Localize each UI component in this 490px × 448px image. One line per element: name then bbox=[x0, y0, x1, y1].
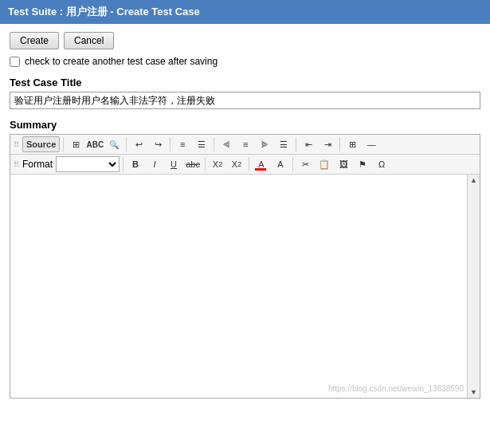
cancel-button[interactable]: Cancel bbox=[64, 32, 114, 49]
sep7 bbox=[123, 157, 123, 171]
sep2 bbox=[126, 137, 127, 151]
scroll-up[interactable]: ▲ bbox=[468, 175, 480, 186]
align-center-button[interactable]: ≡ bbox=[237, 136, 254, 152]
bg-color-button[interactable]: A bbox=[272, 156, 289, 172]
another-test-case-checkbox[interactable] bbox=[10, 57, 20, 67]
another-test-case-label: check to create another test case after … bbox=[25, 56, 218, 67]
find-button[interactable]: 🔍 bbox=[105, 136, 123, 152]
subscript-button[interactable]: X2 bbox=[209, 156, 226, 172]
scroll-down[interactable]: ▼ bbox=[468, 387, 480, 398]
another-test-case-row: check to create another test case after … bbox=[10, 56, 480, 67]
sep5 bbox=[296, 137, 296, 151]
underline-button[interactable]: U bbox=[165, 156, 182, 172]
insert-image-button[interactable]: 🖼 bbox=[335, 156, 352, 172]
editor-body[interactable]: https://blog.csdn.net/weixin_13838590 ▲ … bbox=[10, 175, 480, 398]
drag-handle-1: ⠿ bbox=[14, 140, 19, 149]
sep10 bbox=[292, 157, 293, 171]
sep8 bbox=[205, 157, 206, 171]
redo-button[interactable]: ↪ bbox=[149, 136, 167, 152]
action-buttons: Create Cancel bbox=[10, 32, 480, 49]
sep1 bbox=[63, 137, 64, 151]
align-right-button[interactable]: ⫸ bbox=[256, 136, 273, 152]
spellcheck-button[interactable]: ABC bbox=[86, 136, 104, 152]
sep4 bbox=[214, 137, 214, 151]
create-button[interactable]: Create bbox=[10, 32, 59, 49]
decrease-indent-button[interactable]: ⇤ bbox=[300, 136, 317, 152]
strikethrough-button[interactable]: abc bbox=[184, 156, 202, 172]
paste-word-button[interactable]: 📋 bbox=[316, 156, 333, 172]
page-header: Test Suite : 用户注册 - Create Test Case bbox=[0, 0, 490, 24]
unordered-list-button[interactable]: ☰ bbox=[193, 136, 210, 152]
sep9 bbox=[249, 157, 249, 171]
sep3 bbox=[170, 137, 171, 151]
italic-button[interactable]: I bbox=[146, 156, 163, 172]
toolbar-row-2: ⠿ Format Paragraph Heading 1 Heading 2 H… bbox=[10, 155, 480, 175]
watermark: https://blog.csdn.net/weixin_13838590 bbox=[328, 384, 464, 393]
increase-indent-button[interactable]: ⇥ bbox=[319, 136, 336, 152]
superscript-button[interactable]: X2 bbox=[228, 156, 245, 172]
drag-handle-2: ⠿ bbox=[14, 160, 19, 169]
scrollbar[interactable]: ▲ ▼ bbox=[467, 175, 480, 398]
hr-button[interactable]: — bbox=[363, 136, 380, 152]
templates-button[interactable]: ⊞ bbox=[67, 136, 84, 152]
insert-flag-button[interactable]: ⚑ bbox=[354, 156, 371, 172]
toolbar-row-1: ⠿ Source ⊞ ABC 🔍 ↩ ↪ ≡ ☰ ⫷ ≡ ⫸ ☰ ⇤ ⇥ ⊞ — bbox=[10, 135, 480, 155]
table-button[interactable]: ⊞ bbox=[343, 136, 361, 152]
main-content: Create Cancel check to create another te… bbox=[0, 24, 490, 407]
font-color-button[interactable]: A bbox=[253, 156, 270, 172]
remove-format-button[interactable]: ✂ bbox=[296, 156, 314, 172]
ordered-list-button[interactable]: ≡ bbox=[174, 136, 191, 152]
format-select[interactable]: Paragraph Heading 1 Heading 2 Heading 3 bbox=[56, 156, 120, 172]
sep6 bbox=[339, 137, 340, 151]
summary-section-label: Summary bbox=[10, 119, 480, 131]
justify-button[interactable]: ☰ bbox=[275, 136, 292, 152]
bold-button[interactable]: B bbox=[127, 156, 144, 172]
header-title: Test Suite : 用户注册 - Create Test Case bbox=[8, 6, 200, 18]
format-label: Format bbox=[22, 159, 53, 170]
title-input[interactable] bbox=[10, 92, 480, 109]
special-chars-button[interactable]: Ω bbox=[373, 156, 390, 172]
undo-button[interactable]: ↩ bbox=[130, 136, 147, 152]
align-left-button[interactable]: ⫷ bbox=[218, 136, 235, 152]
rich-text-editor: ⠿ Source ⊞ ABC 🔍 ↩ ↪ ≡ ☰ ⫷ ≡ ⫸ ☰ ⇤ ⇥ ⊞ — bbox=[10, 134, 480, 399]
title-section-label: Test Case Title bbox=[10, 77, 480, 88]
source-button[interactable]: Source bbox=[22, 136, 60, 152]
